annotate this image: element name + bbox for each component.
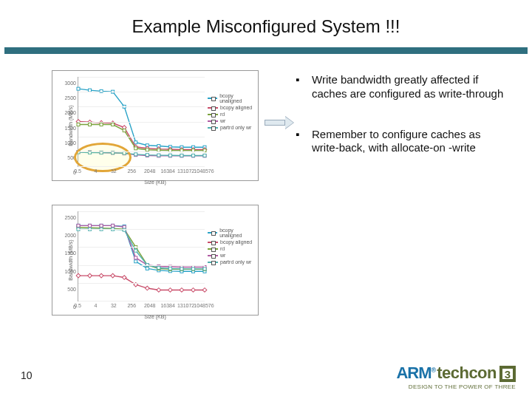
svg-rect-52 [123, 151, 126, 154]
chart1-xaxis: 0.54322562048163841310721048576 [78, 168, 205, 177]
chart2-legend: bcopy unalignedbcopy alignedrdwrpartrd o… [208, 228, 255, 266]
exponent-box-icon: 3 [499, 366, 516, 382]
svg-rect-5 [134, 141, 137, 144]
svg-rect-29 [134, 147, 137, 150]
svg-rect-27 [112, 123, 115, 126]
svg-rect-97 [89, 224, 92, 227]
svg-rect-59 [203, 154, 206, 157]
svg-rect-24 [77, 123, 80, 126]
chart-misconfigured: Bandwidth (MB/s) 05001000150020002500300… [52, 70, 259, 181]
techcon-text: techcon [437, 364, 497, 383]
svg-rect-78 [145, 286, 149, 290]
svg-rect-75 [111, 273, 115, 278]
chart2-xaxis: 0.54322562048163841310721048576 [78, 303, 205, 312]
svg-rect-117 [180, 267, 183, 270]
arrow-icon [265, 116, 294, 129]
svg-rect-73 [88, 273, 92, 278]
chart2-lines [78, 211, 205, 301]
svg-rect-55 [157, 154, 160, 157]
chart1-plot [78, 77, 205, 167]
svg-rect-66 [146, 267, 149, 270]
svg-rect-72 [76, 273, 81, 278]
bullet-item: ▪ Remember to configure caches as write-… [296, 128, 510, 156]
svg-rect-79 [157, 288, 161, 293]
svg-rect-57 [180, 154, 183, 157]
svg-rect-80 [168, 288, 173, 293]
svg-rect-116 [168, 267, 171, 270]
svg-rect-113 [134, 249, 137, 252]
bullet-mark-icon: ▪ [296, 73, 303, 101]
svg-rect-81 [180, 288, 184, 293]
svg-rect-28 [123, 129, 126, 132]
chart2-yaxis: 05001000150020002500 [57, 211, 78, 301]
svg-rect-115 [157, 266, 160, 269]
arm-logo: ARM® [396, 364, 435, 383]
page-number: 10 [21, 369, 33, 381]
svg-rect-101 [134, 256, 137, 259]
bullet-mark-icon: ▪ [296, 128, 303, 156]
svg-rect-53 [134, 153, 137, 156]
title-underline [4, 47, 528, 54]
svg-rect-83 [202, 288, 207, 293]
chart2-xlabel: Size (KB) [144, 314, 166, 319]
bullet-text: Write bandwidth greatly affected if cach… [312, 73, 510, 101]
chart-correct: Bandwidth (MB/s) 05001000150020002500 0.… [52, 205, 259, 316]
svg-rect-118 [191, 267, 194, 270]
svg-rect-74 [99, 273, 103, 278]
svg-rect-54 [146, 154, 149, 157]
svg-rect-26 [100, 123, 103, 126]
footer-logo: ARM® techcon 3 DESIGN TO THE POWER OF TH… [396, 364, 516, 390]
page-title: Example Misconfigured System !!! [0, 0, 532, 47]
chart1-legend: bcopy unalignedbcopy alignedrdwrpartrd o… [208, 93, 255, 132]
svg-rect-0 [77, 87, 80, 90]
chart1-yaxis: 050010001500200025003000 [57, 77, 78, 167]
svg-rect-58 [191, 154, 194, 157]
svg-rect-98 [100, 224, 103, 227]
content-area: Bandwidth (MB/s) 05001000150020002500300… [0, 64, 532, 345]
svg-rect-65 [134, 260, 137, 263]
chart1-xlabel: Size (KB) [144, 180, 166, 185]
svg-rect-25 [89, 123, 92, 126]
svg-rect-82 [191, 288, 196, 293]
svg-rect-99 [112, 224, 115, 227]
svg-rect-96 [77, 224, 80, 227]
svg-rect-56 [168, 154, 171, 157]
bullet-text: Remember to configure caches as write-ba… [312, 128, 510, 156]
bullet-list: ▪ Write bandwidth greatly affected if ca… [296, 73, 510, 182]
chart2-plot [78, 211, 205, 301]
bullet-item: ▪ Write bandwidth greatly affected if ca… [296, 73, 510, 101]
svg-rect-119 [203, 267, 206, 270]
tagline: DESIGN TO THE POWER OF THREE [409, 383, 516, 390]
